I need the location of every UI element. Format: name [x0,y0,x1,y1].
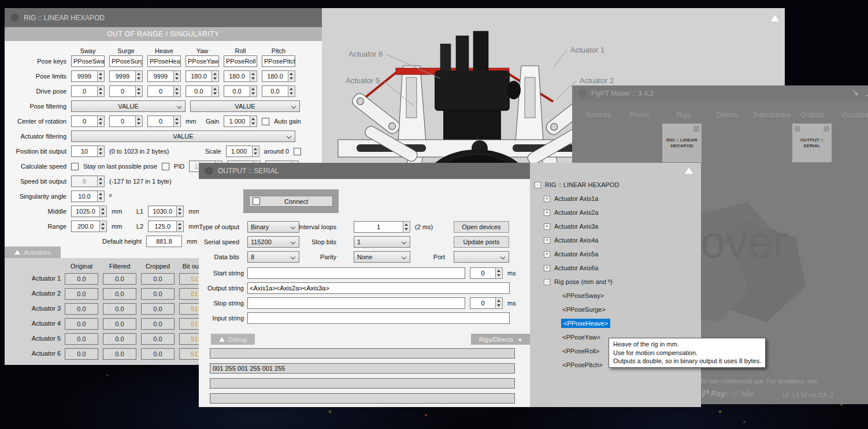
spinner-buttons-icon[interactable] [97,146,105,157]
pose-limit-surge-spinner[interactable]: 9999 [109,70,143,82]
debug-section-tab[interactable]: Debug [211,334,255,345]
spinner-buttons-icon[interactable] [250,115,257,127]
menu-rigs[interactable]: Rigs [677,111,691,119]
pose-key-sway-input[interactable]: PPoseSway [71,55,105,67]
stay-last-pose-checkbox[interactable] [162,163,169,170]
spinner-buttons-icon[interactable] [176,221,184,232]
pose-filtering-dropdown-b[interactable]: VALUE [190,100,300,112]
minimize-icon[interactable]: _ [866,87,868,96]
around-zero-checkbox[interactable] [294,148,301,155]
pose-limit-heave-spinner[interactable]: 9999 [147,70,181,82]
spinner-buttons-icon[interactable] [495,297,503,309]
pose-limit-yaw-spinner[interactable]: 180.0 [186,70,219,82]
tree-expander-icon[interactable] [544,251,550,258]
spinner-buttons-icon[interactable] [173,115,181,127]
spinner-buttons-icon[interactable] [288,70,295,82]
speed-bit-output-spinner[interactable]: 8 [71,176,105,187]
paypal-link[interactable]: P PayPal.Me [702,388,754,400]
singularity-angle-spinner[interactable]: 10.0 [71,191,105,202]
pose-filtering-dropdown-a[interactable]: VALUE [71,100,186,112]
position-bit-output-spinner[interactable]: 10 [71,146,105,157]
mover-titlebar[interactable]: FlyPT Mover :: 3.4.2 ↘ _ [572,85,868,101]
range-spinner[interactable]: 200.0 [71,221,107,232]
pose-limit-pitch-spinner[interactable]: 180.0 [262,70,295,82]
tree-leaf-pposeroll[interactable]: <PPoseRoll> [562,348,599,355]
tree-node-rig-pose[interactable]: Rig pose (mm and º) [554,278,613,285]
menu-poses[interactable]: Poses [630,111,649,119]
pose-key-yaw-input[interactable]: PPoseYaw [186,55,219,67]
stop-delay-spinner[interactable]: 0 [470,297,503,309]
connect-checkbox[interactable] [253,197,260,205]
spinner-buttons-icon[interactable] [99,221,107,232]
spinner-buttons-icon[interactable] [403,221,410,233]
tree-node-axis4a[interactable]: Actuator Axis4a [554,237,598,244]
tree-node-axis1a[interactable]: Actuator Axis1a [554,195,598,202]
menu-outputs[interactable]: Outputs [800,111,825,119]
tree-leaf-pposeheave-selected[interactable]: <PPoseHeave> [561,319,610,328]
rigs-directs-toggle[interactable]: Rigs/Directs ◄ [471,334,530,345]
drive-pose-heave-spinner[interactable]: 0 [147,85,181,97]
center-rotation-z-spinner[interactable]: 0 [147,115,181,127]
tree-expander-icon[interactable] [544,265,550,271]
spinner-buttons-icon[interactable] [97,115,105,127]
collapse-panel-icon[interactable] [685,167,693,174]
input-string-input[interactable] [247,312,510,324]
drive-pose-yaw-spinner[interactable]: 0.0 [186,85,219,97]
tree-expander-icon[interactable] [544,237,550,244]
scale-spinner[interactable]: 1.000 [226,146,259,157]
spinner-buttons-icon[interactable] [97,176,105,187]
l2-spinner[interactable]: 125.0 [148,221,184,232]
drive-pose-roll-spinner[interactable]: 0.0 [224,85,257,97]
tree-leaf-pposeyaw[interactable]: <PPoseYaw> [562,334,600,341]
start-string-input[interactable] [247,267,465,279]
connector-node[interactable] [693,126,699,132]
auto-gain-checkbox[interactable] [262,118,269,125]
tree-expander-icon[interactable] [535,182,541,188]
actuator-filtering-dropdown[interactable]: VALUE [71,130,295,142]
output-string-input[interactable]: <Axis1a><Axis2a><Axis3a> [247,282,510,294]
rig-module-card[interactable]: RIG :: LINEAR HEXAPOD [662,124,702,162]
restore-down-icon[interactable]: ↘ [852,88,859,97]
spinner-buttons-icon[interactable] [97,191,105,202]
stop-bits-dropdown[interactable]: 1 [354,236,410,248]
spinner-buttons-icon[interactable] [173,85,181,97]
pose-limit-sway-spinner[interactable]: 9999 [71,70,105,82]
rig-window-titlebar[interactable]: RIG :: LINEAR HEXAPOD [5,8,322,27]
menu-sources[interactable]: Sources [585,111,611,119]
spinner-buttons-icon[interactable] [212,70,219,82]
center-rotation-x-spinner[interactable]: 0 [71,115,105,127]
start-delay-spinner[interactable]: 0 [470,267,503,279]
pose-key-roll-input[interactable]: PPoseRoll [224,55,257,67]
tree-node-rig[interactable]: RIG :: LINEAR HEXAPOD [545,181,619,188]
pose-key-pitch-input[interactable]: PPosePitch [262,55,295,67]
drive-pose-pitch-spinner[interactable]: 0.0 [262,85,295,97]
spinner-buttons-icon[interactable] [99,206,107,217]
update-ports-button[interactable]: Update ports [454,236,509,248]
pose-key-surge-input[interactable]: PPoseSurge [109,55,143,67]
gain-spinner[interactable]: 1.000 [224,115,257,127]
tree-expander-icon[interactable] [544,210,550,216]
pose-limit-roll-spinner[interactable]: 180.0 [224,70,257,82]
port-dropdown[interactable] [454,251,509,263]
pose-key-heave-input[interactable]: PPoseHeave [147,55,181,67]
tree-expander-icon[interactable] [544,223,550,230]
spinner-buttons-icon[interactable] [135,70,143,82]
spinner-buttons-icon[interactable] [250,85,257,97]
spinner-buttons-icon[interactable] [288,85,295,97]
actuators-section-tab[interactable]: Actuators [5,247,61,258]
tree-leaf-pposepitch[interactable]: <PPosePitch> [562,361,603,368]
spinner-buttons-icon[interactable] [97,85,105,97]
spinner-buttons-icon[interactable] [176,206,184,217]
spinner-buttons-icon[interactable] [97,70,105,82]
tree-node-axis6a[interactable]: Actuator Axis6a [554,264,598,271]
middle-spinner[interactable]: 1025.0 [71,206,107,217]
center-rotation-y-spinner[interactable]: 0 [109,115,143,127]
spinner-buttons-icon[interactable] [250,70,257,82]
output-window-titlebar[interactable]: OUTPUT :: SERIAL [199,163,530,179]
drive-pose-surge-spinner[interactable]: 0 [109,85,143,97]
tree-node-axis2a[interactable]: Actuator Axis2a [554,209,598,216]
connect-button[interactable]: Connect [249,196,333,207]
tree-leaf-pposesurge[interactable]: <PPoseSurge> [562,306,606,313]
tree-expander-icon[interactable] [544,279,550,285]
connector-node[interactable] [824,126,829,132]
